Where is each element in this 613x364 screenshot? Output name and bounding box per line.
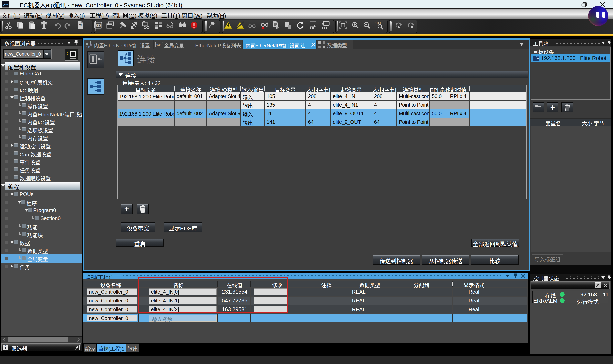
svg-text:EIP: EIP	[86, 46, 90, 49]
svg-text:var: var	[156, 43, 161, 46]
svg-text:?: ?	[79, 23, 82, 28]
svg-text:3D: 3D	[96, 23, 101, 28]
